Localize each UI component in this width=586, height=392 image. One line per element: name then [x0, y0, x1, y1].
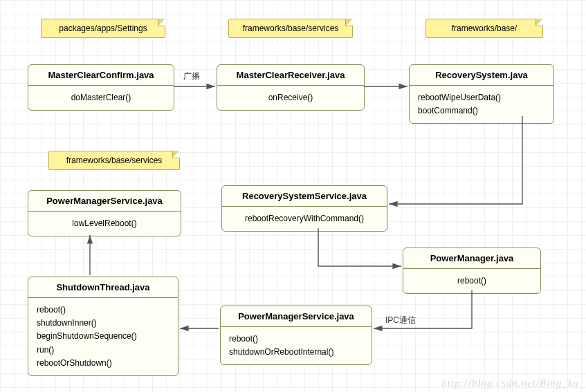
note-packages-apps-settings: packages/apps/Settings [41, 19, 165, 38]
arrow-recovery-to-recoveryservice [389, 116, 522, 204]
class-title: ShutdownThread.java [28, 277, 178, 298]
note-label: packages/apps/Settings [59, 24, 147, 33]
class-box-recovery-system: RecoverySystem.java rebootWipeUserData()… [409, 64, 554, 124]
note-frameworks-base: frameworks/base/ [425, 19, 543, 38]
class-methods: lowLevelReboot() [28, 212, 181, 236]
class-methods: onReceive() [217, 86, 364, 110]
class-box-power-manager-service-1: PowerManagerService.java lowLevelReboot(… [28, 190, 181, 236]
class-title: PowerManagerService.java [221, 306, 372, 327]
class-methods: rebootRecoveryWithCommand() [222, 207, 387, 231]
class-title: RecoverySystemService.java [222, 186, 387, 207]
class-box-power-manager-service-2: PowerManagerService.java reboot() shutdo… [220, 306, 372, 365]
note-label: frameworks/base/services [243, 24, 339, 33]
class-methods: doMasterClear() [28, 86, 174, 110]
class-title: PowerManager.java [403, 248, 540, 269]
class-title: RecoverySystem.java [410, 65, 553, 86]
class-title: MasterClearReceiver.java [217, 65, 364, 86]
edge-label-ipc: IPC通信 [385, 315, 416, 326]
arrow-recoveryservice-to-powermanager [318, 228, 401, 266]
class-box-shutdown-thread: ShutdownThread.java reboot() shutdownInn… [28, 277, 178, 376]
class-title: MasterClearConfirm.java [28, 65, 174, 86]
class-methods: reboot() shutdownInner() beginShutdownSe… [28, 298, 178, 375]
class-box-power-manager: PowerManager.java reboot() [403, 248, 541, 294]
class-methods: rebootWipeUserData() bootCommand() [410, 86, 553, 123]
note-label: frameworks/base/ [452, 24, 518, 33]
class-box-master-clear-confirm: MasterClearConfirm.java doMasterClear() [28, 64, 174, 111]
class-methods: reboot() shutdownOrRebootInternal() [221, 327, 372, 364]
note-frameworks-base-services-top: frameworks/base/services [228, 19, 353, 38]
edge-label-broadcast: 广播 [183, 71, 200, 82]
class-title: PowerManagerService.java [28, 191, 181, 212]
note-frameworks-base-services-left: frameworks/base/services [48, 151, 180, 170]
note-label: frameworks/base/services [66, 156, 163, 165]
class-box-master-clear-receiver: MasterClearReceiver.java onReceive() [217, 64, 365, 111]
class-methods: reboot() [403, 269, 540, 293]
watermark: http://blog.csdn.net/Bing_ka [441, 377, 579, 389]
class-box-recovery-system-service: RecoverySystemService.java rebootRecover… [221, 185, 387, 232]
